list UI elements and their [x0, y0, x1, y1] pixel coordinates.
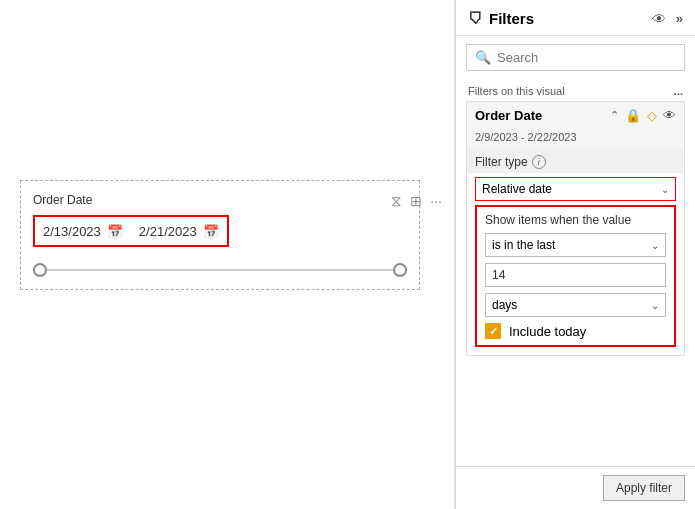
date-slider[interactable]	[33, 263, 407, 277]
filter-type-info-icon[interactable]: i	[532, 155, 546, 169]
period-value: days	[492, 298, 517, 312]
slider-thumb-left[interactable]	[33, 263, 47, 277]
condition-dropdown[interactable]: is in the last ⌄	[485, 233, 666, 257]
right-panel: ⛉ Filters 👁 » 🔍 Filters on this visual .…	[455, 0, 695, 509]
panel-title-text: Filters	[489, 10, 534, 27]
start-calendar-icon[interactable]: 📅	[107, 223, 123, 239]
condition-value: is in the last	[492, 238, 555, 252]
visual-container: Order Date 2/13/2023 📅 2/21/2023 📅	[20, 180, 420, 290]
eye-icon[interactable]: 👁	[652, 11, 666, 27]
panel-title-actions: 👁 »	[652, 11, 683, 27]
period-dropdown[interactable]: days ⌄	[485, 293, 666, 317]
date-range-inputs: 2/13/2023 📅 2/21/2023 📅	[33, 215, 229, 247]
filter-card-order-date: Order Date ⌃ 🔒 ◇ 👁 2/9/2023 - 2/22/2023 …	[466, 101, 685, 356]
end-date-field[interactable]: 2/21/2023 📅	[139, 223, 219, 239]
show-items-section: Show items when the value is in the last…	[475, 205, 676, 347]
more-options-icon[interactable]: ···	[430, 193, 442, 209]
filter-type-select[interactable]: Relative date ⌄	[475, 177, 676, 201]
filters-on-label: Filters on this visual ...	[466, 79, 685, 101]
show-items-label: Show items when the value	[485, 213, 666, 227]
include-today-row: Include today	[485, 323, 666, 339]
apply-filter-button[interactable]: Apply filter	[603, 475, 685, 501]
left-panel: ⧖ ⊞ ··· Order Date 2/13/2023 📅 2/21/2023…	[0, 0, 455, 509]
clear-icon[interactable]: ◇	[647, 108, 657, 123]
filter-card-actions: ⌃ 🔒 ◇ 👁	[610, 108, 676, 123]
filter-date-range: 2/9/2023 - 2/22/2023	[467, 129, 684, 149]
filter-type-chevron: ⌄	[661, 184, 669, 195]
include-today-checkbox[interactable]	[485, 323, 501, 339]
visibility-icon[interactable]: 👁	[663, 108, 676, 123]
condition-chevron: ⌄	[651, 240, 659, 251]
filter-type-label: Filter type	[475, 155, 528, 169]
filter-funnel-icon: ⛉	[468, 10, 483, 27]
filter-type-value: Relative date	[482, 182, 552, 196]
panel-title: ⛉ Filters	[468, 10, 534, 27]
visual-title: Order Date	[33, 193, 407, 207]
filters-section: Filters on this visual ... Order Date ⌃ …	[456, 79, 695, 466]
end-calendar-icon[interactable]: 📅	[203, 223, 219, 239]
filter-type-row: Filter type i	[467, 149, 684, 173]
number-input[interactable]	[485, 263, 666, 287]
include-today-label: Include today	[509, 324, 586, 339]
search-icon: 🔍	[475, 50, 491, 65]
chevron-up-icon[interactable]: ⌃	[610, 109, 619, 122]
slider-track	[47, 269, 393, 271]
period-chevron: ⌄	[651, 300, 659, 311]
filter-card-header: Order Date ⌃ 🔒 ◇ 👁	[467, 102, 684, 129]
search-box[interactable]: 🔍	[466, 44, 685, 71]
end-date-value: 2/21/2023	[139, 224, 197, 239]
panel-header: ⛉ Filters 👁 »	[456, 0, 695, 36]
more-options-dots[interactable]: ...	[674, 85, 683, 97]
start-date-field[interactable]: 2/13/2023 📅	[43, 223, 123, 239]
search-input[interactable]	[497, 50, 676, 65]
lock-icon[interactable]: 🔒	[625, 108, 641, 123]
collapse-icon[interactable]: »	[676, 11, 683, 26]
apply-filter-row: Apply filter	[456, 466, 695, 509]
filter-card-title: Order Date	[475, 108, 542, 123]
slider-thumb-right[interactable]	[393, 263, 407, 277]
start-date-value: 2/13/2023	[43, 224, 101, 239]
